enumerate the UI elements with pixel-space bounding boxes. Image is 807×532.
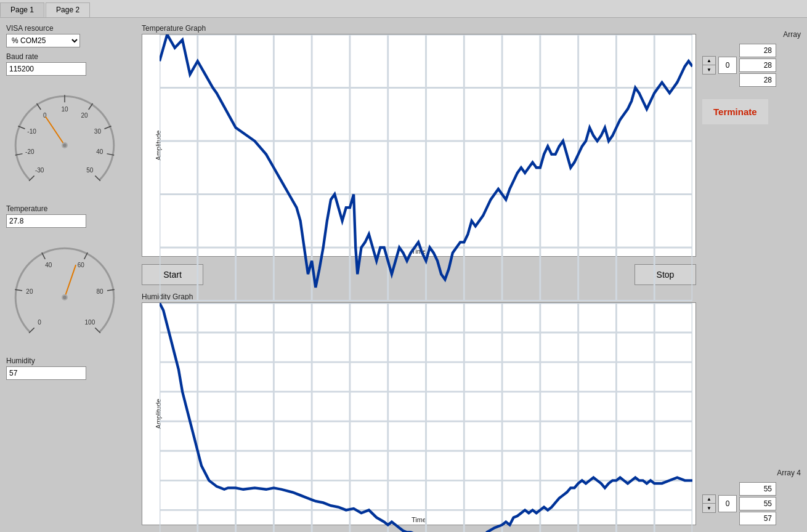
temperature-input[interactable] [6, 214, 86, 228]
tabs-bar: Page 1 Page 2 [0, 0, 807, 18]
visa-select[interactable]: % COM25 [6, 34, 80, 47]
array-value-0[interactable] [739, 44, 776, 57]
visa-dropdown-container: % COM25 [6, 34, 136, 47]
array4-spinner-down[interactable]: ▼ [703, 504, 715, 512]
array-top: Array [702, 30, 801, 40]
array4-index-input[interactable] [718, 495, 737, 512]
array-section: Array ▲ ▼ [702, 30, 801, 87]
humidity-gauge-container [6, 233, 136, 352]
array4-value-2[interactable] [739, 512, 776, 525]
temperature-section: Temperature [6, 204, 136, 228]
temp-chart-svg: 2727.227.427.627.82801002003004005006007… [160, 34, 692, 301]
baud-section: Baud rate [6, 52, 136, 76]
humidity-graph-section: Humidity Graph Amplitude Time 5254565860… [142, 292, 696, 525]
humidity-section: Humidity [6, 357, 136, 380]
array-spinner-down[interactable]: ▼ [703, 65, 715, 74]
baud-label: Baud rate [6, 52, 136, 61]
temp-graph-section: Temperature Graph Amplitude Time 2727.22… [142, 24, 696, 257]
humidity-input[interactable] [6, 366, 86, 380]
terminate-section: Terminate [702, 99, 801, 124]
temperature-label: Temperature [6, 204, 136, 213]
array-value-2[interactable] [739, 73, 776, 87]
array-value-1[interactable] [739, 58, 776, 72]
visa-section: VISA resource % COM25 [6, 24, 136, 47]
humidity-chart-svg: 5254565860626466687001002003004005006007… [160, 303, 692, 532]
temp-graph-box: Amplitude Time 2727.227.427.627.82801002… [142, 34, 696, 257]
spacer [702, 131, 801, 462]
center-panel: Temperature Graph Amplitude Time 2727.22… [142, 24, 696, 525]
array4-values [739, 482, 776, 525]
terminate-button[interactable]: Terminate [702, 99, 768, 124]
array-spinner-up[interactable]: ▲ [703, 57, 715, 65]
array4-value-0[interactable] [739, 482, 776, 496]
array-values [739, 44, 776, 87]
humidity-gauge [6, 233, 123, 350]
main-layout: VISA resource % COM25 Baud rate Temperat… [0, 18, 807, 531]
right-panel: Array ▲ ▼ Terminate [702, 24, 801, 525]
array4-section: Array 4 ▲ ▼ [702, 469, 801, 525]
array-row: ▲ ▼ [702, 44, 801, 87]
array4-spinner-up[interactable]: ▲ [703, 495, 715, 504]
humidity-graph-box: Amplitude Time 5254565860626466687001002… [142, 302, 696, 525]
array-index-input[interactable] [718, 57, 737, 74]
array4-spinner: ▲ ▼ [702, 494, 716, 513]
array4-row: ▲ ▼ [702, 482, 801, 525]
array4-label: Array 4 [777, 469, 801, 477]
tab-page2[interactable]: Page 2 [46, 2, 90, 17]
left-panel: VISA resource % COM25 Baud rate Temperat… [6, 24, 136, 525]
temp-graph-title: Temperature Graph [142, 24, 696, 33]
temp-gauge [6, 81, 123, 198]
array4-top: Array 4 [702, 469, 801, 478]
array4-value-1[interactable] [739, 497, 776, 510]
array-label: Array [783, 30, 801, 39]
humidity-label: Humidity [6, 357, 136, 365]
tab-page1[interactable]: Page 1 [0, 2, 44, 17]
temp-gauge-container [6, 81, 136, 200]
baud-input[interactable] [6, 62, 86, 76]
array-spinner: ▲ ▼ [702, 56, 716, 75]
visa-label: VISA resource [6, 24, 136, 33]
